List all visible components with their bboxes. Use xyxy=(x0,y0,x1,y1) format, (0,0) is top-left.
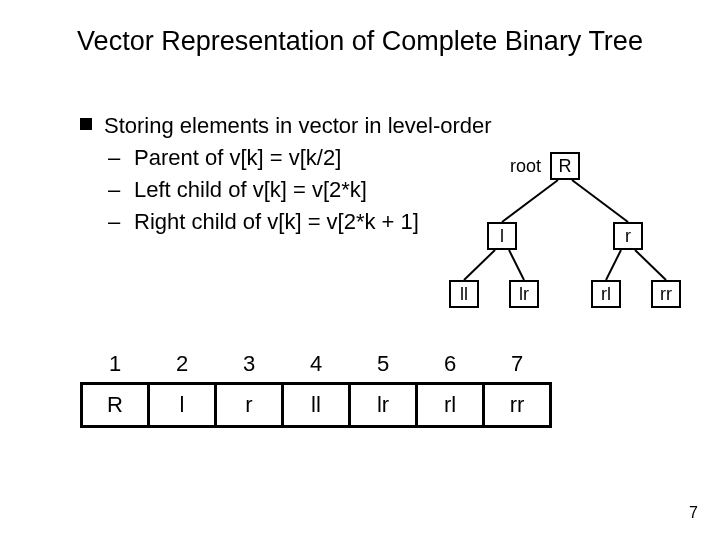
tree-node-ll: ll xyxy=(449,280,479,308)
array-table: 1 2 3 4 5 6 7 R l r ll lr rl rr xyxy=(80,346,552,428)
svg-line-4 xyxy=(606,250,621,280)
bullet-list: Storing elements in vector in level-orde… xyxy=(80,110,492,238)
tree-node-r: r xyxy=(613,222,643,250)
svg-line-1 xyxy=(572,180,628,222)
tree-node-l: l xyxy=(487,222,517,250)
tree-node-rr: rr xyxy=(651,280,681,308)
svg-line-2 xyxy=(464,250,495,280)
tree-node-R: R xyxy=(550,152,580,180)
tree-node-lr: lr xyxy=(509,280,539,308)
array-cell: r xyxy=(216,384,283,427)
array-index-row: 1 2 3 4 5 6 7 xyxy=(82,346,551,384)
bullet-main: Storing elements in vector in level-orde… xyxy=(80,110,492,142)
tree-node-rl: rl xyxy=(591,280,621,308)
array-cell: lr xyxy=(350,384,417,427)
array-cell: rl xyxy=(417,384,484,427)
bullet-sub-3: Right child of v[k] = v[2*k + 1] xyxy=(80,206,492,238)
tree-edges xyxy=(0,0,720,540)
root-label: root xyxy=(510,156,541,177)
svg-line-0 xyxy=(502,180,558,222)
array-cell: l xyxy=(149,384,216,427)
svg-line-3 xyxy=(509,250,524,280)
array-cell: R xyxy=(82,384,149,427)
slide-title: Vector Representation of Complete Binary… xyxy=(0,26,720,57)
array-cell: ll xyxy=(283,384,350,427)
array-index: 6 xyxy=(417,346,484,384)
array-table-wrap: 1 2 3 4 5 6 7 R l r ll lr rl rr xyxy=(80,346,552,428)
array-index: 2 xyxy=(149,346,216,384)
array-index: 1 xyxy=(82,346,149,384)
array-value-row: R l r ll lr rl rr xyxy=(82,384,551,427)
bullet-sub-1: Parent of v[k] = v[k/2] xyxy=(80,142,492,174)
array-cell: rr xyxy=(484,384,551,427)
page-number: 7 xyxy=(689,504,698,522)
bullet-sub-2: Left child of v[k] = v[2*k] xyxy=(80,174,492,206)
array-index: 7 xyxy=(484,346,551,384)
array-index: 3 xyxy=(216,346,283,384)
array-index: 4 xyxy=(283,346,350,384)
svg-line-5 xyxy=(635,250,666,280)
array-index: 5 xyxy=(350,346,417,384)
